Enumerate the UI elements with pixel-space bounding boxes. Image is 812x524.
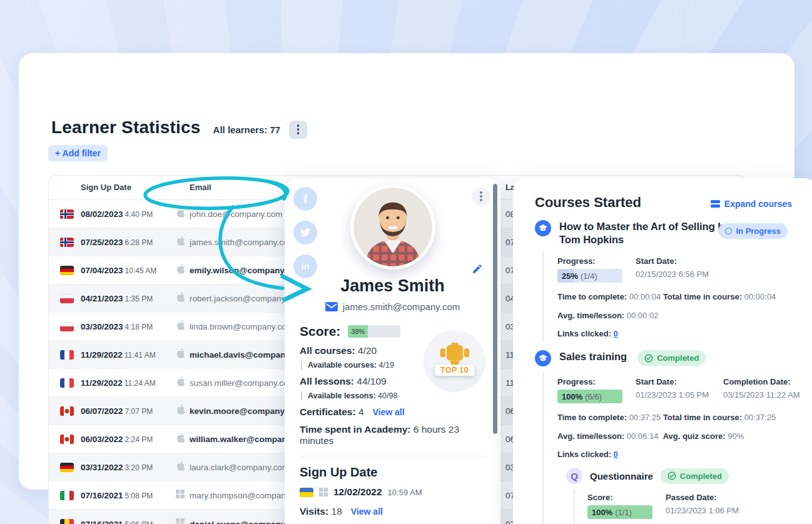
email-text[interactable]: john.doe@company.com [190,209,283,219]
windows-icon [319,488,328,496]
profile-name: James Smith [285,276,500,296]
col-email[interactable]: Email [190,183,211,193]
course-details: Progress: 25% (1/4) Start Date: 02/15/20… [542,251,812,341]
profile-menu-button[interactable] [472,187,490,206]
start-date-label: Start Date: [636,377,723,386]
course-details: Progress: 100% (6/6) Start Date: 01/23/2… [542,372,812,524]
signup-date-cell: 04/21/20231:35 PM [81,294,153,303]
status-badge-in-progress: In Progress [718,223,788,239]
questionnaire-details: Score: 100% (1/1) Passed Date: 01/23/202… [574,489,812,524]
profile-signup-time: 10:59 AM [388,488,422,497]
linkedin-icon[interactable]: in [293,254,317,278]
questionnaire-item: Q Questionnaire Completed [566,468,812,484]
os-icon-cell [176,433,185,446]
signup-date-cell: 06/03/20222:24 PM [81,435,153,444]
links-clicked-value[interactable]: 0 [614,329,618,338]
signup-time: 10:45 AM [125,266,157,275]
social-links: f in [293,187,317,278]
learner-profile-card: f in [285,178,500,524]
progress-percent: 100% [562,392,582,401]
more-options-icon [297,124,300,134]
apple-icon [176,292,185,303]
view-all-visits-link[interactable]: View all [351,506,383,516]
status-badge-completed: Completed [637,350,706,366]
add-filter-button[interactable]: + Add filter [48,145,108,161]
top10-label: TOP 10 [435,365,474,376]
start-date-label: Start Date: [636,256,723,266]
signup-time: 1:35 PM [125,295,153,303]
os-icon-cell [176,236,185,249]
signup-time: 5:06 PM [125,520,153,524]
country-flag-icon [60,209,74,219]
signup-date-cell: 03/31/20223:20 PM [81,463,153,472]
profile-scrollbar[interactable] [493,184,497,434]
progress-bar: 100% (6/6) [557,390,622,403]
email-text[interactable]: james.smith@company.com [190,238,295,247]
apple-icon [176,208,185,218]
completion-date-label: Completion Date: [723,377,800,386]
progress-fraction: (1/4) [581,271,597,281]
windows-icon [176,490,185,498]
country-flag-icon [60,463,74,472]
col-sign-up-date[interactable]: Sign Up Date [81,183,131,193]
country-flag-icon [60,435,74,444]
links-clicked-value[interactable]: 0 [614,450,618,459]
facebook-icon[interactable]: f [293,187,317,211]
signup-heading: Sign Up Date [300,465,485,480]
apple-icon [176,264,185,275]
links-clicked-row: Links clicked: 0 [557,329,812,338]
score-percent: 100% [592,508,612,517]
expand-icon [711,200,720,208]
visits-row: Visits: 18View all [300,506,485,517]
windows-icon [176,518,185,524]
apple-icon [176,461,185,471]
twitter-icon[interactable] [293,221,317,244]
country-flag-icon [60,238,74,247]
stat-available-lessons: Available lessons: 40/98 [301,391,485,400]
email-text[interactable]: linda.brown@company.com [190,322,293,331]
score-fraction: (1/1) [615,508,632,517]
time-to-complete-row: Time to complete: 00:37:25 Total time in… [557,413,812,422]
title-menu-button[interactable] [289,121,307,139]
os-icon-cell [176,348,185,361]
email-text[interactable]: laura.clark@company.com [190,463,289,472]
passed-date-label: Passed Date: [666,493,753,502]
apple-icon [176,236,185,246]
email-text[interactable]: susan.miller@company.com [190,378,295,388]
course-title: Sales training [559,350,627,363]
score-bar: 38% [348,325,400,338]
country-flag-icon [60,519,74,524]
courses-started-panel: Courses Started Expand courses How to Ma… [513,178,812,524]
country-flag-icon [60,266,74,275]
apple-icon [176,320,185,331]
ukraine-flag-icon [300,488,313,497]
more-options-icon [480,191,482,201]
country-flag-icon [60,406,74,416]
links-clicked-row: Links clicked: 0 [557,450,812,459]
signup-time: 6:28 PM [125,238,153,247]
signup-time: 7:07 PM [125,407,153,416]
start-date: 01/23/2023 1:05 PM [636,390,723,400]
apple-icon [176,433,185,443]
signup-date-cell: 03/30/20234:18 PM [81,322,153,331]
page-title: Learner Statistics [51,118,201,138]
country-flag-icon [60,378,74,388]
email-cell[interactable]: john.doe@company.com [190,209,296,219]
expand-courses-link[interactable]: Expand courses [711,199,792,209]
apple-icon [176,348,185,359]
start-date: 02/15/2023 6:56 PM [636,270,723,279]
country-flag-icon [60,294,74,303]
apple-icon [176,405,185,415]
divider [300,456,485,456]
os-icon-cell [176,405,185,418]
os-icon-cell [176,292,185,305]
profile-email[interactable]: james.smith@company.com [343,301,460,312]
view-all-certificates-link[interactable]: View all [373,407,405,417]
progress-percent: 25% [562,271,578,281]
edit-button[interactable] [472,263,483,277]
profile-email-row[interactable]: james.smith@company.com [285,301,500,312]
all-learners-count: All learners: 77 [213,124,281,135]
os-icon-cell [176,461,185,474]
check-circle-icon [644,354,653,363]
time-to-complete-row: Time to complete: 00:00:04 Total time in… [557,292,812,301]
